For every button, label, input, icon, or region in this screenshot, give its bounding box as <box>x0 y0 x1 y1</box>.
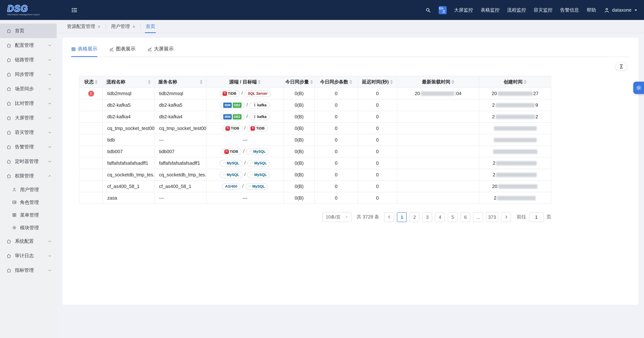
db-badge-tidb: TiTiDB <box>219 90 240 97</box>
sidebar-item[interactable]: 定时器管理 <box>0 154 57 169</box>
delay-cell: 0 <box>358 157 397 169</box>
workspace-tab[interactable]: 资源配置管理× <box>62 20 106 33</box>
user-icon <box>12 187 17 192</box>
db-badge-mysql: ◠MySQL <box>246 183 268 190</box>
status-cell <box>79 134 103 146</box>
language-toggle[interactable]: En 文 <box>438 6 446 14</box>
sidebar-subitem[interactable]: 菜单管理 <box>0 209 57 221</box>
page-number-button[interactable]: 6 <box>460 212 470 222</box>
table-row[interactable]: db2-kafka4db2-kafka4IBMDB2/⋮kafka0(B)002… <box>79 111 551 122</box>
goto-suffix-label: 页 <box>546 214 551 220</box>
column-header-label: 流程名称 <box>106 78 126 85</box>
home-icon <box>6 130 11 135</box>
delay-cell: 0 <box>358 122 397 134</box>
table-row[interactable]: zasa------0(B)002 <box>79 192 551 204</box>
workspace-tab[interactable]: 首页 <box>140 20 160 33</box>
history-filter-button[interactable] <box>615 62 628 71</box>
sort-icon[interactable] <box>349 80 352 84</box>
table-row[interactable]: tidb007tidb007TiTiDB/◠MySQL0(B)00 <box>79 146 551 157</box>
goto-page-input[interactable] <box>529 212 544 222</box>
header-nav-link[interactable]: 容灾监控 <box>534 7 552 13</box>
prev-page-button[interactable] <box>384 212 394 222</box>
sort-icon[interactable] <box>258 80 261 84</box>
sidebar-subitem[interactable]: 模块管理 <box>0 221 57 234</box>
pagination: 10条/页 共 3728 条 123456...373 前往 <box>79 212 551 222</box>
sidebar-item[interactable]: 系统配置 <box>0 234 57 249</box>
header-nav-link[interactable]: 帮助 <box>587 7 596 13</box>
endpoints-cell: TiTiDB/SQL Server <box>206 88 284 99</box>
page-number-button[interactable]: 5 <box>448 212 458 222</box>
sidebar-subitem[interactable]: 角色管理 <box>0 196 57 209</box>
collapse-menu-icon[interactable] <box>71 7 78 13</box>
view-tab[interactable]: 表格展示 <box>71 46 97 57</box>
view-tab[interactable]: 图表展示 <box>109 46 136 57</box>
table-row[interactable]: cf_as400_58_1cf_as400_58_1AS/400/◠MySQL0… <box>79 181 551 192</box>
sidebar-item[interactable]: 场景同步 <box>0 82 57 96</box>
header-nav-link[interactable]: 大屏监控 <box>454 7 473 13</box>
status-cell <box>79 192 103 204</box>
page-number-button[interactable]: 4 <box>435 212 445 222</box>
sidebar-item[interactable]: 权限管理 <box>0 169 57 183</box>
sort-icon[interactable] <box>451 80 454 84</box>
sidebar-item[interactable]: 指标管理 <box>0 263 57 278</box>
home-icon <box>6 86 11 91</box>
sort-icon[interactable] <box>310 80 313 84</box>
sidebar-item-label: 系统配置 <box>15 238 48 245</box>
home-icon <box>6 174 11 178</box>
next-page-button[interactable] <box>501 212 511 222</box>
header-nav-link[interactable]: 流程监控 <box>507 7 526 13</box>
sidebar-item[interactable]: 大屏管理 <box>0 111 57 125</box>
sidebar-item[interactable]: 配置管理 <box>0 38 57 53</box>
sidebar-item[interactable]: 审计日志 <box>0 249 57 263</box>
sort-icon[interactable] <box>95 80 98 84</box>
close-icon[interactable]: × <box>132 24 135 29</box>
delay-cell: 0 <box>358 181 397 192</box>
sort-icon[interactable] <box>148 80 151 84</box>
page-number-button[interactable]: 3 <box>422 212 432 222</box>
sidebar: 首页配置管理链路管理同步管理场景同步比对管理大屏管理容灾管理告警管理定时器管理权… <box>0 20 57 338</box>
close-icon[interactable]: × <box>98 24 100 29</box>
header-nav-link[interactable]: 告警信息 <box>560 7 579 13</box>
table-row[interactable]: !tidb2mmsqltidb2mmsqlTiTiDB/SQL Server0(… <box>79 88 551 99</box>
page-number-button[interactable]: 373 <box>486 212 498 222</box>
page-number-button[interactable]: 2 <box>410 212 420 222</box>
top-header: DSG information management expert En 文 大… <box>0 0 644 20</box>
brand-logo: DSG information management expert <box>7 4 47 16</box>
create-time-cell: 2 <box>479 192 551 204</box>
table-row[interactable]: faffafsfafsafafsadff1faffafsfafsafafsadf… <box>79 157 551 169</box>
page-size-select[interactable]: 10条/页 <box>322 212 352 222</box>
redacted-text <box>421 91 454 96</box>
table-row[interactable]: cq_tmp_socket_test001cq_tmp_socket_test0… <box>79 122 551 134</box>
home-icon <box>6 72 11 77</box>
sidebar-item[interactable]: 首页 <box>0 23 57 38</box>
page-ellipsis-button[interactable]: ... <box>473 212 483 222</box>
workspace-tab[interactable]: 用户管理× <box>106 20 140 33</box>
timestamp-fragment: 20 <box>492 91 497 96</box>
header-nav-link[interactable]: 表格监控 <box>480 7 500 13</box>
status-cell <box>79 181 103 192</box>
sidebar-item[interactable]: 同步管理 <box>0 67 57 82</box>
sidebar-item-label: 同步管理 <box>15 71 48 78</box>
timestamp-fragment: 2 <box>536 114 538 119</box>
sidebar-subitem[interactable]: 用户管理 <box>0 183 57 196</box>
table-row[interactable]: db2-kafka5db2-kafka5IBMDB2/⋮kafka0(B)002… <box>79 99 551 111</box>
view-tab[interactable]: 大屏展示 <box>148 46 174 57</box>
search-icon[interactable] <box>425 7 431 13</box>
create-time-cell: 29 <box>479 99 551 111</box>
page-number-button[interactable]: 1 <box>397 212 407 222</box>
user-menu[interactable]: dataxone <box>604 7 638 13</box>
sort-icon[interactable] <box>200 80 202 84</box>
table-row[interactable]: tidb------0(B)00 <box>79 134 551 146</box>
sidebar-item[interactable]: 告警管理 <box>0 140 57 154</box>
column-header: 服务名称 <box>154 76 206 88</box>
sidebar-item[interactable]: 容灾管理 <box>0 125 57 140</box>
view-tab-label: 表格展示 <box>78 46 97 52</box>
sidebar-item[interactable]: 比对管理 <box>0 96 57 111</box>
sort-icon[interactable] <box>524 80 526 84</box>
settings-flyout-button[interactable] <box>633 82 644 94</box>
sort-icon[interactable] <box>390 80 393 84</box>
table-row[interactable]: cq_socketdb_tmp_tes...cq_socketdb_tmp_te… <box>79 169 551 181</box>
redacted-text <box>494 138 536 142</box>
sidebar-item[interactable]: 链路管理 <box>0 53 57 67</box>
endpoint-separator: / <box>244 125 246 131</box>
